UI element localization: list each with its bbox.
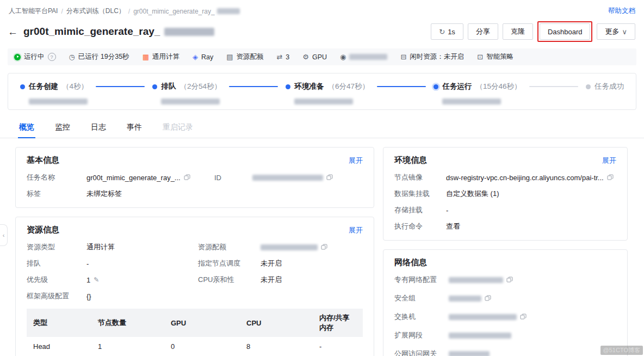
redacted-text — [261, 244, 318, 250]
redacted-text — [449, 296, 481, 302]
tag-label: 标签 — [27, 189, 86, 199]
dlc-task-detail-page: 人工智能平台PAI / 分布式训练（DLC） / gr00t_mimic_gen… — [0, 0, 644, 356]
redacted-timestamp — [29, 99, 88, 105]
clone-button[interactable]: 克隆 — [503, 23, 533, 40]
copy-icon[interactable] — [607, 174, 614, 181]
priority-value: 1 ✎ — [86, 276, 198, 284]
env-info-expand-link[interactable]: 展开 — [602, 156, 616, 165]
info-icon[interactable]: ? — [48, 53, 56, 61]
resource-info-expand-link[interactable]: 展开 — [349, 225, 363, 235]
copy-icon[interactable] — [520, 314, 527, 320]
redacted-text — [252, 175, 323, 181]
status-bar: 运行中 ? ◷ 已运行 19分35秒 ▦ 通用计算 ◈ Ray ▤ 资源配额 ⇄… — [8, 48, 636, 65]
step-connector — [229, 86, 278, 87]
nodes-icon: ⇄ — [276, 53, 282, 60]
tab-monitor[interactable]: 监控 — [54, 118, 71, 138]
copy-icon[interactable] — [184, 174, 190, 181]
task-name-label: 任务名称 — [27, 173, 86, 182]
gpu-icon: ⚙ — [302, 53, 309, 60]
share-button[interactable]: 分享 — [468, 23, 498, 40]
chevron-down-icon: ∨ — [622, 28, 627, 36]
tab-overview[interactable]: 概览 — [18, 118, 35, 138]
progress-step-prepare: 环境准备 （6分47秒） — [286, 82, 369, 102]
security-group-label: 安全组 — [394, 293, 449, 303]
compute-type-icon: ▦ — [143, 53, 149, 60]
breadcrumb-item-dlc[interactable]: 分布式训练（DLC） — [66, 7, 125, 16]
progress-step-create: 任务创建 （4秒） — [20, 82, 88, 102]
step-connector — [96, 86, 145, 87]
tag-value: 未绑定标签 — [86, 189, 363, 199]
exec-command-view-link[interactable]: 查看 — [446, 222, 616, 231]
cpu-affinity-value: 未开启 — [261, 275, 363, 285]
status-runtime: ◷ 已运行 19分35秒 — [69, 52, 129, 62]
status-smart-policy: ⊡ 智能策略 — [477, 52, 513, 62]
page-title: gr00t_mimic_generate_ray_ — [23, 26, 214, 38]
top-bar: 人工智能平台PAI / 分布式训练（DLC） / gr00t_mimic_gen… — [0, 0, 644, 16]
breadcrumb: 人工智能平台PAI / 分布式训练（DLC） / gr00t_mimic_gen… — [9, 7, 240, 16]
col-count: 节点数量 — [91, 309, 164, 337]
copy-icon[interactable] — [485, 295, 491, 302]
status-node-count: ⇄ 3 — [276, 53, 289, 61]
step-dot-done — [20, 84, 25, 89]
user-icon: ◉ — [340, 53, 346, 60]
watermark: @51CTO博客 — [600, 346, 643, 355]
copy-icon[interactable] — [321, 244, 327, 250]
basic-info-expand-link[interactable]: 展开 — [349, 156, 363, 165]
table-row-head: Head 1 0 8 - — [27, 337, 363, 356]
redacted-timestamp — [294, 99, 353, 105]
resource-quota-label: 资源配额 — [198, 242, 261, 252]
redacted-text — [449, 277, 503, 283]
title-row: ← gr00t_mimic_generate_ray_ ↻ 1s 分享 克隆 D… — [0, 16, 644, 42]
env-info-card: 环境信息 展开 节点镜像 dsw-registry-vpc.cn-beijing… — [383, 147, 628, 241]
step-dot-done — [286, 84, 290, 89]
action-buttons: ↻ 1s 分享 克隆 Dashboard 更多 ∨ — [431, 21, 635, 42]
vswitch-value — [449, 314, 616, 320]
extended-cidr-label: 扩展网段 — [394, 330, 449, 340]
redacted-text — [164, 28, 214, 36]
task-progress-card: 任务创建 （4秒） 排队 （2分54秒） 环境准备 （6分47秒 — [8, 73, 636, 110]
progress-step-queue: 排队 （2分54秒） — [152, 82, 221, 102]
edit-icon[interactable]: ✎ — [94, 276, 99, 284]
queue-label: 排队 — [27, 259, 86, 268]
cpu-affinity-label: CPU亲和性 — [198, 275, 261, 285]
redacted-timestamp — [442, 99, 501, 105]
right-column: 环境信息 展开 节点镜像 dsw-registry-vpc.cn-beijing… — [383, 147, 628, 356]
dataset-mount-link[interactable]: 自定义数据集 (1) — [446, 189, 616, 199]
refresh-interval-button[interactable]: ↻ 1s — [431, 23, 463, 40]
tab-logs[interactable]: 日志 — [90, 118, 107, 138]
col-type: 类型 — [27, 309, 91, 337]
node-spec-table: 类型 节点数量 GPU CPU 内存/共享内存 Head 1 0 8 — [27, 309, 363, 356]
breadcrumb-item-task: gr00t_mimic_generate_ray_ — [133, 8, 239, 15]
resource-info-title: 资源信息 — [27, 225, 59, 235]
resource-quota-value — [261, 244, 363, 250]
redacted-text — [449, 351, 490, 356]
detail-tabs: 概览 监控 日志 事件 重启记录 — [0, 118, 644, 138]
clock-icon: ◷ — [69, 53, 75, 60]
tab-events[interactable]: 事件 — [126, 118, 143, 138]
back-button[interactable]: ← — [8, 27, 18, 37]
progress-step-success: 任务成功 — [586, 82, 624, 91]
dashboard-button[interactable]: Dashboard — [540, 23, 591, 40]
breadcrumb-separator: / — [61, 8, 63, 15]
policy-icon: ⊡ — [477, 53, 483, 60]
annotation-highlight-box: Dashboard — [537, 21, 593, 42]
ray-icon: ◈ — [193, 53, 198, 60]
tab-restart-records[interactable]: 重启记录 — [162, 118, 194, 138]
status-compute-type: ▦ 通用计算 — [143, 52, 179, 62]
sidebar-collapse-handle[interactable]: ‹ — [0, 224, 8, 246]
step-dot-done — [152, 84, 157, 89]
status-idle-resource: ⊟ 闲时资源：未开启 — [400, 52, 464, 62]
help-doc-link[interactable]: 帮助文档 — [608, 7, 635, 16]
status-device: ⚙ GPU — [302, 53, 327, 61]
overview-content: 基本信息 展开 任务名称 gr00t_mimic_generate_ray_..… — [0, 138, 644, 356]
redacted-text — [449, 314, 517, 320]
more-button[interactable]: 更多 ∨ — [597, 23, 635, 40]
left-column: 基本信息 展开 任务名称 gr00t_mimic_generate_ray_..… — [15, 147, 374, 356]
node-image-label: 节点镜像 — [394, 173, 446, 182]
vpc-label: 专有网络配置 — [394, 275, 449, 285]
storage-mount-value: - — [446, 206, 616, 214]
copy-icon[interactable] — [506, 277, 513, 283]
copy-icon[interactable] — [326, 174, 333, 181]
resource-type-label: 资源类型 — [27, 242, 86, 252]
breadcrumb-item-pai[interactable]: 人工智能平台PAI — [9, 7, 58, 16]
